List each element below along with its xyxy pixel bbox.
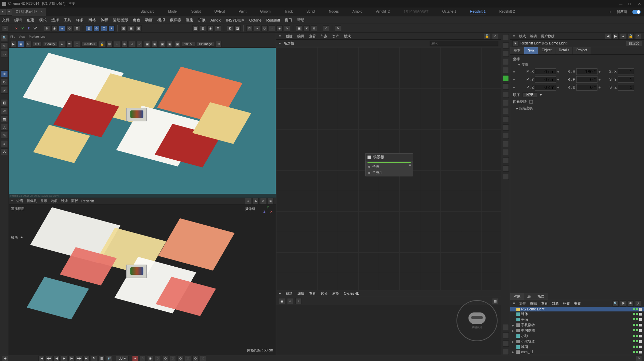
om-menu-标签[interactable]: 标签 [563, 301, 570, 306]
layout-tab-redshift-2[interactable]: Redshift-2 [499, 10, 515, 14]
rv-auto-select[interactable]: < Auto > [81, 42, 98, 46]
layout-tab-octane-1[interactable]: Octane-1 [442, 10, 456, 14]
add-layout-button[interactable]: + [609, 10, 611, 14]
node-menu-编辑[interactable]: 编辑 [297, 34, 304, 39]
knife-icon[interactable]: ✎ [1, 132, 8, 139]
check-icon[interactable]: ✓ [323, 25, 329, 31]
mat-menu-材质[interactable]: 材质 [332, 291, 339, 296]
scale-z-input[interactable] [618, 84, 634, 91]
live-select-icon[interactable]: ↖ [1, 42, 8, 49]
om-tab-对象[interactable]: 对象 [510, 293, 524, 300]
ri-circle-icon[interactable] [503, 133, 509, 139]
tl-keysel-button[interactable]: ◉ [147, 356, 153, 361]
rv-layers-icon[interactable]: ≣ [66, 41, 73, 47]
edge-icon[interactable]: ▱ [1, 107, 8, 114]
menu-窗口[interactable]: 窗口 [285, 17, 292, 23]
brush-icon[interactable]: ⸙ [1, 140, 8, 147]
rv-fitimg-select[interactable]: Fit Image [197, 42, 215, 46]
layout-tab-nodes[interactable]: Nodes [329, 10, 339, 14]
attr-type-select[interactable]: 自定义 [626, 41, 642, 46]
mat-menu-编辑[interactable]: 编辑 [297, 291, 304, 296]
rv-circle-icon[interactable]: ○ [129, 41, 135, 47]
ri-sun-icon[interactable] [503, 83, 509, 90]
attr-lock-icon[interactable]: 🔒 [628, 33, 634, 39]
misc-icon[interactable]: ⊕ [311, 25, 317, 31]
clapper-icon[interactable]: ▦ [192, 25, 198, 31]
ri-grid-icon[interactable] [503, 34, 509, 40]
rv-expand-icon[interactable]: ⤢ [137, 41, 143, 47]
locator-icon[interactable]: ✦ [108, 25, 115, 31]
gen-icon[interactable]: ⬡ [261, 25, 268, 31]
deform-icon[interactable]: ≋ [284, 25, 290, 31]
clone-icon[interactable]: ⁘ [269, 25, 275, 31]
rv-gear-icon[interactable]: ⚙ [216, 41, 222, 47]
current-frame-field[interactable]: 33 F [116, 356, 129, 361]
tl-sound-button[interactable]: 🔊 [106, 356, 112, 361]
vp-menu-Redshift[interactable]: Redshift [81, 199, 94, 203]
attr-edit[interactable]: 编辑 [530, 34, 537, 39]
vp-menu-查看[interactable]: 查看 [16, 199, 23, 203]
menu-Arnold[interactable]: Arnold [210, 18, 221, 22]
scale-tool-icon[interactable]: ⊡ [101, 25, 107, 31]
attr-up-icon[interactable]: ▲ [620, 33, 626, 39]
node-menu-模式[interactable]: 模式 [344, 34, 351, 39]
ri-cam1-icon[interactable] [503, 149, 509, 155]
menu-扩展[interactable]: 扩展 [198, 17, 206, 23]
pos-y-input[interactable] [535, 76, 556, 83]
tl-loop-button[interactable]: ↻ [91, 356, 97, 361]
om-tab-场次[interactable]: 场次 [534, 293, 548, 300]
layout-tab-uvedit[interactable]: UVEdit [214, 10, 225, 14]
attr-pop-icon[interactable]: ↗ [635, 33, 641, 39]
menu-跟踪器[interactable]: 跟踪器 [170, 17, 181, 23]
menu-创建[interactable]: 创建 [27, 17, 34, 23]
tl-k3-button[interactable]: ◇ [170, 356, 176, 361]
object-row-小球[interactable]: 小球 [510, 333, 644, 339]
menu-运动图形[interactable]: 运动图形 [113, 17, 128, 23]
snap-icon[interactable]: ◈ [59, 25, 65, 31]
node-menu-节点[interactable]: 节点 [321, 34, 327, 39]
rv-refresh-icon[interactable]: ↻ [25, 41, 31, 47]
order-select[interactable]: HPB [523, 92, 537, 97]
layout-tab-redshift-1[interactable]: Redshift-1 [470, 10, 486, 14]
ri-refresh-icon[interactable] [503, 59, 509, 65]
new-layout-button[interactable]: 新界面 [617, 10, 627, 14]
rv-bucket-icon[interactable]: ▣ [18, 41, 24, 47]
workplane-icon[interactable]: ⊞ [74, 25, 80, 31]
prim-icon[interactable]: ◩ [227, 25, 233, 31]
menu-体积[interactable]: 体积 [101, 17, 108, 23]
om-menu-编辑[interactable]: 编辑 [530, 301, 537, 306]
rot-p-input[interactable] [576, 76, 597, 83]
vp-menu-过滤[interactable]: 过滤 [61, 199, 68, 203]
ri-link-icon[interactable] [503, 67, 509, 73]
menu-选择[interactable]: 选择 [51, 17, 59, 23]
rv-grid-icon[interactable]: ⊞ [106, 41, 113, 47]
rv-play-icon[interactable]: ▶ [10, 41, 16, 47]
layout-tab-sculpt[interactable]: Sculpt [191, 10, 201, 14]
history-icon[interactable]: ≡ [2, 25, 8, 31]
ri-cam4-icon[interactable] [503, 174, 509, 180]
rot-b-input[interactable] [576, 84, 597, 91]
om-pop-icon[interactable]: ↗ [635, 300, 641, 307]
vp-menu-面板[interactable]: 面板 [71, 199, 78, 203]
tl-curve-button[interactable]: ∿ [636, 356, 642, 361]
tl-k5-button[interactable]: ◇ [185, 356, 191, 361]
freeze-section[interactable]: ▸ 冻结变换 [516, 106, 641, 111]
rot-h-input[interactable] [576, 68, 597, 75]
om-menu-查看[interactable]: 查看 [541, 301, 548, 306]
tl-gotoend-button[interactable]: ▶| [83, 356, 90, 361]
region-icon[interactable]: ▣ [128, 25, 134, 31]
picture-icon[interactable]: ▣ [136, 25, 142, 31]
attr-tab-Details[interactable]: Details [555, 47, 573, 54]
vp-menu-显示[interactable]: 显示 [40, 199, 47, 203]
vp-menu-摄像机[interactable]: 摄像机 [27, 199, 37, 203]
tl-autokey-button[interactable]: ○ [140, 356, 146, 361]
menu-样条[interactable]: 样条 [76, 17, 83, 23]
rv-center-icon[interactable]: ⊕ [121, 41, 128, 47]
move-icon[interactable]: ✥ [1, 70, 8, 77]
attr-userdata[interactable]: 用户数据 [541, 34, 555, 39]
axis-gizmo[interactable]: YXZ [263, 206, 274, 216]
bevel-icon[interactable]: ◬ [1, 124, 8, 131]
rect-select-icon[interactable]: ▭ [1, 51, 8, 57]
ri-tree-icon[interactable] [503, 42, 509, 49]
vp-menu-选项[interactable]: 选项 [51, 199, 57, 203]
